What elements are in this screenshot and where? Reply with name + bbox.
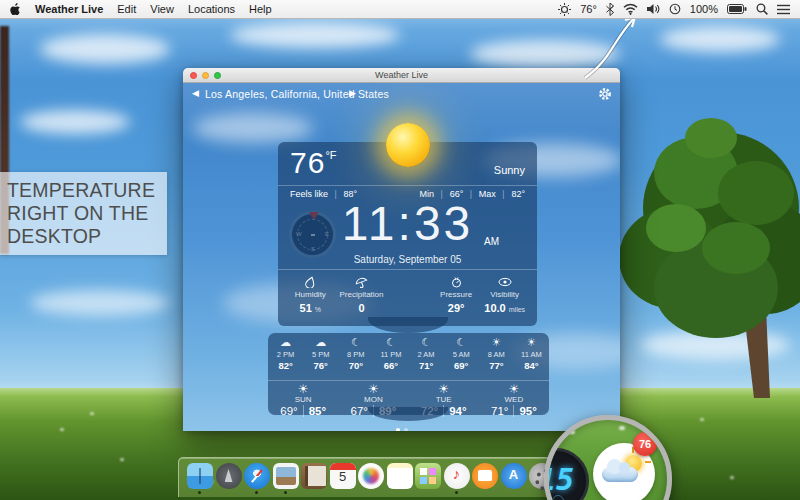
partly-cloudy-icon: ☁: [268, 335, 303, 349]
desktop-caption-panel: TEMPERATURE RIGHT ON THE DESKTOP: [0, 172, 167, 255]
cloud: [40, 34, 170, 64]
hourly-item[interactable]: ☀8 AM77°: [479, 335, 514, 371]
status-temperature[interactable]: 76°: [580, 3, 597, 15]
current-conditions-panel: 76°F Sunny Feels like❘88° Min❘66°❘Max❘82…: [278, 142, 537, 326]
itunes-dock-icon[interactable]: [444, 463, 470, 489]
menu-edit[interactable]: Edit: [117, 3, 136, 15]
pressure-icon: [432, 275, 481, 288]
sunny-icon: ☀: [479, 382, 549, 395]
volume-icon[interactable]: [647, 3, 660, 15]
app-store-dock-icon[interactable]: [501, 463, 527, 489]
clock-status-icon[interactable]: [669, 3, 681, 15]
humidity-icon: [286, 275, 335, 288]
clear-night-icon: ☾: [338, 335, 373, 349]
clear-night-icon: ☾: [409, 335, 444, 349]
sunny-icon: ☀: [338, 382, 408, 395]
precipitation-icon: [335, 275, 389, 288]
menu-bar: Weather Live Edit View Locations Help 76…: [0, 0, 800, 19]
hourly-item[interactable]: ☾11 PM66°: [373, 335, 408, 371]
cloud: [30, 290, 170, 316]
apple-icon[interactable]: [10, 3, 21, 16]
bluetooth-icon[interactable]: [606, 3, 614, 16]
cloud: [20, 110, 130, 134]
hourly-item[interactable]: ☾2 AM71°: [409, 335, 444, 371]
stats-row: Humidity 51 % Precipitation 0 Pressure 2…: [278, 271, 537, 326]
stat-pressure: Pressure 29°: [432, 271, 481, 326]
location-name[interactable]: Los Angeles, California, United States: [205, 88, 389, 100]
wifi-icon[interactable]: [623, 3, 638, 15]
hourly-forecast: ☁2 PM82° ☁5 PM76° ☾8 PM70° ☾11 PM66° ☾2 …: [268, 335, 549, 371]
weather-status-sun-icon[interactable]: [558, 3, 571, 16]
clear-night-icon: ☾: [373, 335, 408, 349]
hourly-item[interactable]: ☀11 AM84°: [514, 335, 549, 371]
partly-cloudy-icon: ☁: [303, 335, 338, 349]
spotlight-search-icon[interactable]: [756, 3, 768, 15]
hourly-item[interactable]: ☾8 PM70°: [338, 335, 373, 371]
caption-line: TEMPERATURE: [7, 179, 161, 202]
safari-dock-icon[interactable]: [244, 463, 270, 489]
menu-locations[interactable]: Locations: [188, 3, 235, 15]
next-location-icon[interactable]: ▶: [349, 88, 356, 98]
window-titlebar[interactable]: Weather Live: [183, 68, 620, 83]
hourly-item[interactable]: ☁5 PM76°: [303, 335, 338, 371]
window-title: Weather Live: [183, 70, 620, 80]
magnified-clock-widget[interactable]: 15: [544, 448, 589, 500]
battery-icon[interactable]: [727, 4, 747, 14]
daily-item[interactable]: ☀TUE72°94°: [409, 382, 479, 417]
caption-line: DESKTOP: [7, 225, 161, 248]
current-temperature: 76°F: [290, 146, 337, 180]
window-content: ◀ Los Angeles, California, United States…: [183, 83, 620, 431]
clear-night-icon: ☾: [444, 335, 479, 349]
hourly-item[interactable]: ☾5 AM69°: [444, 335, 479, 371]
stat-humidity: Humidity 51 %: [286, 271, 335, 326]
daily-item[interactable]: ☀WED71°95°: [479, 382, 549, 417]
cloud: [660, 26, 780, 52]
settings-gear-icon[interactable]: [598, 87, 612, 101]
daily-forecast: ☀SUN69°85° ☀MON67°89° ☀TUE72°94° ☀WED71°…: [268, 382, 549, 417]
sunny-icon: ☀: [514, 335, 549, 349]
caption-line: RIGHT ON THE: [7, 202, 161, 225]
temperature-badge: 76: [633, 432, 657, 456]
hourly-item[interactable]: ☁2 PM82°: [268, 335, 303, 371]
notification-center-icon[interactable]: [777, 4, 790, 15]
photos-dock-icon[interactable]: [358, 463, 384, 489]
tree: [616, 78, 800, 408]
desktop: Weather Live Edit View Locations Help 76…: [0, 0, 800, 500]
current-condition: Sunny: [494, 164, 525, 176]
daily-item[interactable]: ☀SUN69°85°: [268, 382, 338, 417]
weather-live-window: Weather Live ◀ Los Angeles, California, …: [183, 68, 620, 431]
sun-graphic: [386, 123, 430, 167]
status-battery-percent[interactable]: 100%: [690, 3, 718, 15]
forecast-panel: ☁2 PM82° ☁5 PM76° ☾8 PM70° ☾11 PM66° ☾2 …: [268, 333, 549, 415]
calendar-dock-icon[interactable]: 5: [330, 463, 356, 489]
visibility-icon: [480, 275, 529, 288]
sunny-icon: ☀: [268, 382, 338, 395]
previous-location-icon[interactable]: ◀: [192, 88, 199, 98]
contacts-dock-icon[interactable]: [301, 463, 327, 489]
stat-precipitation: Precipitation 0: [335, 271, 389, 326]
icon-cloud: [602, 467, 638, 482]
sunny-icon: ☀: [409, 382, 479, 395]
launchpad-dock-icon[interactable]: [216, 463, 242, 489]
menu-help[interactable]: Help: [249, 3, 272, 15]
ibooks-dock-icon[interactable]: [472, 463, 498, 489]
menu-view[interactable]: View: [150, 3, 174, 15]
preview-dock-icon[interactable]: [273, 463, 299, 489]
location-bar: ◀ Los Angeles, California, United States…: [183, 85, 620, 105]
page-dots[interactable]: [183, 418, 620, 431]
finder-dock-icon[interactable]: [187, 463, 213, 489]
temperature-unit: °F: [325, 149, 336, 161]
stat-visibility: Visibility 10.0 miles: [480, 271, 529, 326]
menu-app-name[interactable]: Weather Live: [35, 3, 103, 15]
notes-dock-icon[interactable]: [387, 463, 413, 489]
widgets-folder-dock-icon[interactable]: [415, 463, 441, 489]
cloud: [230, 22, 400, 48]
clock-date: Saturday, September 05: [278, 254, 537, 265]
daily-item[interactable]: ☀MON67°89°: [338, 382, 408, 417]
sunny-icon: ☀: [479, 335, 514, 349]
clock-meridiem: AM: [484, 236, 499, 247]
